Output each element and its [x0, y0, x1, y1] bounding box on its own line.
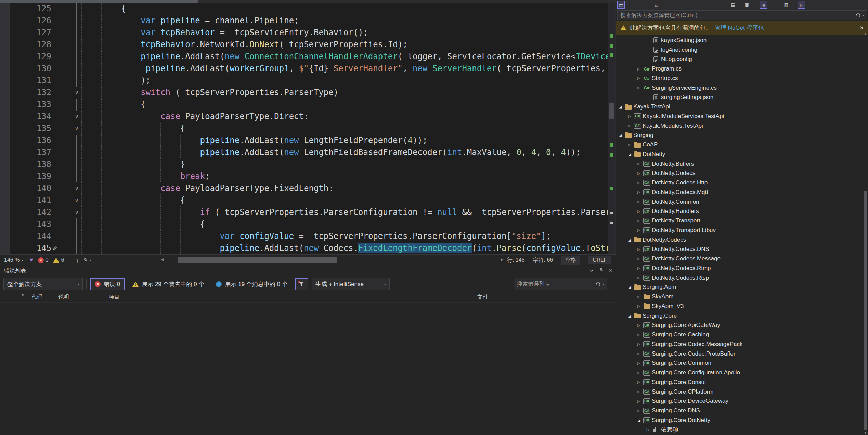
expand-arrow-icon[interactable]: ▷ — [635, 304, 642, 308]
scroll-down-icon[interactable]: ▼ — [864, 431, 867, 435]
scroll-right-icon[interactable]: ▶ — [501, 257, 504, 262]
tree-item[interactable]: ▷SkyApm_V3 — [616, 302, 863, 311]
refresh-icon[interactable]: ▥ — [782, 1, 790, 9]
collapse-arrow-icon[interactable]: ◢ — [626, 285, 633, 290]
line-number[interactable]: 137 — [0, 146, 51, 158]
next-issue-icon[interactable]: ↓ — [76, 257, 79, 263]
tree-item[interactable]: log4net.config — [616, 45, 863, 55]
scrollbar-thumb[interactable] — [609, 103, 614, 119]
code-cleanup-button[interactable]: ✎ ▾ — [83, 257, 91, 263]
search-icon[interactable]: ▾ — [856, 13, 864, 18]
expand-arrow-icon[interactable]: ▷ — [635, 200, 642, 204]
messages-filter-toggle[interactable]: i 展示 19 个消息中的 0 个 — [212, 278, 292, 290]
expand-arrow-icon[interactable]: ▷ — [635, 76, 642, 80]
expand-arrow-icon[interactable]: ▷ — [635, 380, 642, 384]
line-number[interactable]: 143 — [0, 218, 51, 230]
collapse-arrow-icon[interactable]: ◢ — [635, 418, 642, 423]
expand-arrow-icon[interactable]: ▷ — [635, 171, 642, 176]
code-line[interactable]: 133{ — [0, 99, 608, 111]
code-line[interactable]: 135∨{ — [0, 123, 608, 135]
expand-arrow-icon[interactable]: ▷ — [635, 190, 642, 194]
code-health-icon[interactable]: ♥ — [29, 257, 33, 264]
window-chevron-down-icon[interactable] — [590, 269, 594, 272]
tree-item[interactable]: ▷C#Surging.Core.Configuration.Apollo — [616, 368, 863, 378]
code-line[interactable]: 141∨{ — [0, 194, 608, 206]
solution-search-box[interactable]: ▾ — [617, 10, 867, 20]
expand-arrow-icon[interactable]: ▷ — [635, 342, 642, 346]
error-search-input[interactable] — [514, 281, 593, 287]
line-number[interactable]: 144 — [0, 230, 51, 242]
expand-arrow-icon[interactable]: ▷ — [635, 228, 642, 232]
tree-item[interactable]: ▷C#DotNetty.Buffers — [616, 159, 863, 169]
expand-arrow-icon[interactable]: ▷ — [635, 409, 642, 413]
error-source-dropdown[interactable]: 生成 + IntelliSense ▾ — [312, 278, 390, 290]
tree-item[interactable]: ▷C#DotNetty.Common — [616, 197, 863, 207]
expand-arrow-icon[interactable]: ▷ — [635, 295, 642, 299]
tree-item[interactable]: ▷C#Surging.Core.DeviceGateway — [616, 397, 863, 406]
expand-arrow-icon[interactable]: ▷ — [645, 427, 651, 432]
expand-arrow-icon[interactable]: ▷ — [635, 399, 642, 404]
code-line[interactable]: 131); — [0, 75, 608, 87]
code-line[interactable]: 138} — [0, 158, 608, 170]
tree-item[interactable]: ▷C#DotNetty.Handlers — [616, 207, 863, 216]
collapse-arrow-icon[interactable]: ◢ — [626, 238, 633, 242]
expand-arrow-icon[interactable]: ▷ — [635, 257, 642, 261]
expand-arrow-icon[interactable]: ▷ — [635, 209, 642, 214]
show-all-files-icon[interactable]: ⊞ — [760, 1, 767, 9]
zoom-selector[interactable]: 146 % ▾ — [3, 257, 25, 263]
column-header-code[interactable]: 代码 — [31, 294, 42, 301]
expand-arrow-icon[interactable]: ▷ — [626, 114, 633, 118]
tree-item[interactable]: ▷C#Surging.Core.Codec.MessagePack — [616, 340, 863, 349]
code-line[interactable]: 134∨case PayloadParserType.Direct: — [0, 111, 608, 123]
line-number[interactable]: 142 — [0, 206, 51, 218]
line-number[interactable]: 145 — [0, 242, 51, 254]
tree-item[interactable]: ▷C#DotNetty.Codecs.DNS — [616, 245, 863, 254]
line-number[interactable]: 129 — [0, 51, 51, 63]
warnings-filter-toggle[interactable]: ! 展示 29 个警告中的 0 个 — [128, 278, 208, 290]
scroll-left-icon[interactable]: ◀ — [161, 257, 164, 262]
scrollbar-thumb[interactable] — [864, 191, 867, 430]
column-header-project[interactable]: 项目 — [109, 294, 120, 301]
line-number[interactable]: 125 — [0, 3, 51, 15]
expand-arrow-icon[interactable]: ▷ — [635, 333, 642, 337]
code-line[interactable]: 125{ — [0, 3, 608, 15]
column-header-description[interactable]: 说明 — [58, 294, 69, 301]
tree-item[interactable]: NLog.config — [616, 55, 863, 64]
tree-item[interactable]: ▷依赖项 — [616, 425, 863, 435]
line-number[interactable]: 132 — [0, 87, 51, 99]
tree-item[interactable]: ◢Surging — [616, 131, 863, 140]
tree-item[interactable]: ▷C#Surging.Core.Common — [616, 359, 863, 368]
code-line[interactable]: 140∨case PayloadParserType.FixedLength: — [0, 182, 608, 194]
expand-arrow-icon[interactable]: ▷ — [635, 181, 642, 185]
tree-item[interactable]: ▷C#DotNetty.Transport — [616, 216, 863, 226]
expand-arrow-icon[interactable]: ▷ — [635, 219, 642, 223]
collapse-arrow-icon[interactable]: ◢ — [617, 133, 624, 138]
tree-item[interactable]: ▷C#Kayak.IModuleServices.TestApi — [616, 112, 863, 121]
expand-arrow-icon[interactable]: ▷ — [635, 361, 642, 366]
collapse-arrow-icon[interactable]: ◢ — [617, 104, 624, 109]
code-line[interactable]: 137pipeline.AddLast(new LengthFieldBased… — [0, 146, 608, 158]
previous-issue-icon[interactable]: ↑ — [69, 257, 72, 263]
solution-search-input[interactable] — [618, 12, 853, 18]
filter-button[interactable] — [295, 278, 308, 290]
tree-item[interactable]: ◢Kayak.TestApi — [616, 102, 863, 112]
tree-item[interactable]: ▷C#SurgingServiceEngine.cs — [616, 83, 863, 93]
warning-count-indicator[interactable]: ! 6 — [53, 257, 64, 263]
pending-changes-filter-icon[interactable]: ▤ — [729, 1, 737, 9]
tree-item[interactable]: ▷CoAP — [616, 140, 863, 150]
tree-item[interactable]: ▷C#Surging.Core.Codec.ProtoBuffer — [616, 349, 863, 359]
code-line[interactable]: 142∨if (_tcpServerProperties.ParserConfi… — [0, 206, 608, 218]
expand-arrow-icon[interactable]: ▷ — [626, 143, 633, 147]
line-number[interactable]: 131 — [0, 75, 51, 87]
line-number[interactable]: 127 — [0, 27, 51, 39]
code-line[interactable]: 136pipeline.AddLast(new LengthFieldPrepe… — [0, 135, 608, 146]
horizontal-scrollbar-thumb[interactable] — [178, 257, 337, 263]
collapse-arrow-icon[interactable]: ◢ — [626, 314, 633, 318]
scroll-up-icon[interactable]: ▲ — [864, 32, 867, 36]
tree-item[interactable]: ▷C#DotNetty.Codecs.Rtsp — [616, 273, 863, 283]
code-line[interactable]: 128tcpBehavior.NetworkId.OnNext(_tcpServ… — [0, 39, 608, 51]
code-line[interactable]: 126var pipeline = channel.Pipeline; — [0, 15, 608, 27]
tree-item[interactable]: ◢Surging.Apm — [616, 283, 863, 292]
tree-item[interactable]: ▷C#Startup.cs — [616, 74, 863, 83]
error-scope-dropdown[interactable]: 整个解决方案 ▾ — [3, 278, 83, 290]
